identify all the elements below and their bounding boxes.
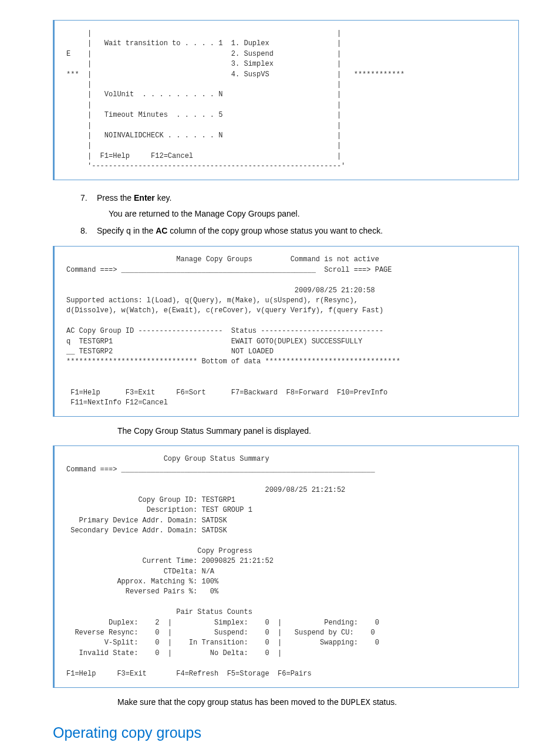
step-text-pre: Press the (97, 193, 134, 202)
terminal-content-2: Manage Copy Groups Command is not active… (66, 255, 507, 408)
step-text-bold: AC (156, 226, 167, 235)
terminal-panel-status-summary: Copy Group Status Summary Command ===> _… (53, 445, 519, 688)
step-number: 7. (80, 192, 87, 204)
step-8: 8. Specify q in the AC column of the cop… (97, 225, 542, 238)
step-text-post: key. (155, 193, 172, 202)
caption-2: Make sure that the copy group status has… (117, 696, 542, 709)
terminal-panel-manage-copy-groups: Manage Copy Groups Command is not active… (53, 246, 519, 417)
caption-2-post: status. (370, 697, 397, 707)
caption-2-pre: Make sure that the copy group status has… (117, 697, 341, 707)
step-text-post: column of the copy group whose status yo… (167, 226, 383, 235)
terminal-content-3: Copy Group Status Summary Command ===> _… (66, 454, 507, 679)
instruction-steps: 7. Press the Enter key. You are returned… (97, 192, 542, 238)
caption-1: The Copy Group Status Summary panel is d… (117, 425, 542, 437)
step-text-pre: Specify (97, 226, 126, 235)
caption-2-code: DUPLEX (341, 698, 370, 707)
step-text-mid: in the (131, 226, 156, 235)
terminal-content-1: | | | Wait transition to . . . . 1 1. Du… (66, 29, 507, 171)
step-text-bold: Enter (134, 193, 155, 202)
section-heading: Operating copy groups (53, 722, 542, 744)
step-number: 8. (80, 225, 87, 237)
step-subtext: You are returned to the Manage Copy Grou… (109, 208, 542, 220)
step-7: 7. Press the Enter key. You are returned… (97, 192, 542, 220)
step-text-code: q (126, 227, 131, 236)
terminal-panel-wait-transition: | | | Wait transition to . . . . 1 1. Du… (53, 20, 519, 180)
